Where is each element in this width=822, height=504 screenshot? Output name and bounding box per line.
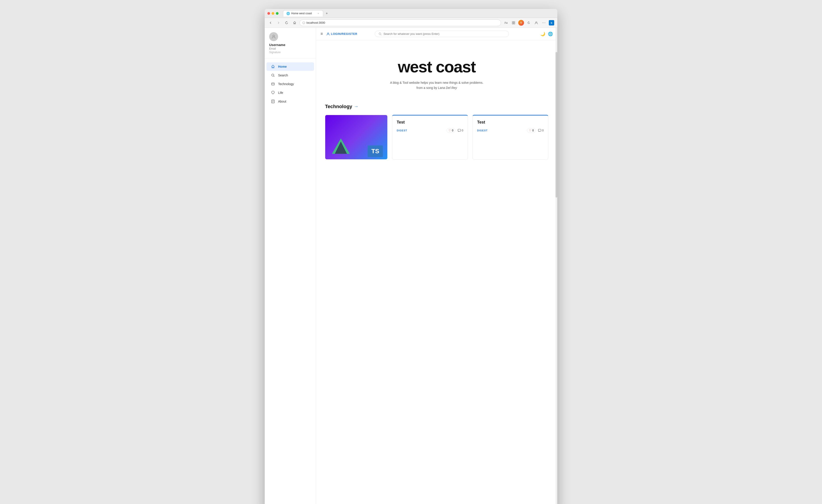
hero-section: west coast A blog & Tool website helps y… [316,40,557,104]
featured-card[interactable]: TS [325,115,388,159]
tab-bar: 🌐 Home west coast × + [283,10,555,17]
hero-subtitle-text: A blog & Tool website helps you learn ne… [390,81,483,84]
sidebar-item-search[interactable]: Search [267,71,314,79]
tab-favicon: 🌐 [286,12,290,15]
svg-rect-19 [538,129,541,131]
sidebar-item-home[interactable]: Home [267,62,314,71]
home-icon [271,65,275,69]
url-text: localhost:3000 [307,21,325,24]
hero-artist: Lana Del Rey [438,86,457,90]
search-icon [271,73,275,77]
comment-icon [458,129,461,132]
extensions-button[interactable] [510,20,517,26]
article-card-2[interactable]: Test DIGEST ♡ 0 [472,115,548,159]
toolbar-actions: Aa U ··· b [503,20,555,26]
card-1-comment-count: 0 [462,129,463,132]
user-icon [327,32,330,35]
menu-icon[interactable]: ≡ [321,31,323,36]
card-2-comment-count: 0 [542,129,544,132]
card-1-stats: ♡ 0 0 [446,128,463,133]
hero-subtitle: A blog & Tool website helps you learn ne… [325,80,548,90]
scrollbar-thumb[interactable] [555,52,557,198]
card-2-tag[interactable]: DIGEST [477,129,488,132]
tab-close-button[interactable]: × [317,12,320,15]
svg-rect-3 [512,23,513,24]
minimize-dot[interactable] [272,12,274,15]
language-button[interactable]: 🌐 [548,31,553,36]
sidebar-item-technology[interactable]: Technology [267,80,314,88]
bing-button[interactable]: b [548,20,555,26]
svg-rect-18 [458,129,461,131]
forward-button[interactable] [276,20,282,26]
back-button[interactable] [267,20,274,26]
header-right: 🌙 🌐 [540,31,553,36]
svg-point-6 [273,35,275,37]
article-card-1[interactable]: Test DIGEST ♡ 0 [392,115,468,159]
section-title: Technology [325,104,352,109]
typescript-badge: TS [368,145,383,157]
app-header: ≡ LOGIN/REGISTER 🌙 🌐 [316,28,557,40]
avatar [269,32,278,41]
browser-titlebar: 🌐 Home west coast × + [265,9,557,18]
maximize-dot[interactable] [276,12,279,15]
heart-icon: ♡ [448,129,451,132]
card-1-like-button[interactable]: ♡ 0 [446,128,455,133]
card-1-tag[interactable]: DIGEST [397,129,407,132]
user-profile: Username Email Signature [265,32,316,58]
hero-attribution: from a song by [416,86,438,90]
technology-label: Technology [278,82,294,86]
card-1-title: Test [397,120,463,125]
about-label: About [278,100,286,103]
address-bar[interactable]: localhost:3000 [300,19,501,26]
home-button[interactable] [292,20,298,26]
nav-list: Home Search Technology [265,61,316,107]
new-tab-button[interactable]: + [324,11,330,16]
card-2-title: Test [477,120,544,125]
login-label: LOGIN/REGISTER [331,32,357,35]
refresh-button[interactable] [284,20,290,26]
illustration: TS [325,115,387,159]
main-area: ≡ LOGIN/REGISTER 🌙 🌐 [316,28,557,504]
user-email: Email [269,47,311,50]
search-bar[interactable] [375,31,509,37]
home-label: Home [278,65,287,68]
search-label: Search [278,73,288,77]
search-input[interactable] [384,32,505,35]
more-button[interactable]: ··· [541,20,547,26]
card-2-meta: DIGEST ♡ 0 0 [477,128,544,133]
login-button[interactable]: LOGIN/REGISTER [327,32,357,35]
lock-icon [303,21,305,24]
search-input-wrapper[interactable] [375,31,509,37]
reader-view-button[interactable]: Aa [503,20,509,26]
life-label: Life [278,91,283,94]
life-icon [271,91,275,95]
sidebar-item-life[interactable]: Life [267,88,314,97]
close-dot[interactable] [267,12,270,15]
sidebar-item-about[interactable]: About [267,97,314,106]
about-icon [271,99,275,103]
browser-dots [267,12,279,15]
technology-icon [271,82,275,86]
svg-point-15 [379,33,381,35]
theme-toggle-button[interactable]: 🌙 [540,31,545,36]
cards-grid: TS Test DIGEST ♡ 0 [325,115,548,159]
svg-point-0 [303,22,305,24]
tab-label: Home west coast [291,12,315,15]
card-1-meta: DIGEST ♡ 0 0 [397,128,463,133]
svg-rect-2 [514,21,515,23]
username: Username [269,43,311,47]
profile-button[interactable]: U [518,20,524,26]
card-2-comments: 0 [538,129,544,132]
svg-rect-1 [512,21,513,23]
technology-link[interactable]: Technology → [325,104,359,109]
account-button[interactable] [533,20,539,26]
card-2-like-button[interactable]: ♡ 0 [527,128,536,133]
comment-icon-2 [538,129,541,132]
heart-icon-2: ♡ [529,129,531,132]
svg-rect-4 [514,23,515,24]
scrollbar[interactable] [555,28,557,504]
card-1-likes: 0 [452,129,453,132]
card-2-likes: 0 [532,129,534,132]
sync-button[interactable] [525,20,532,26]
active-tab[interactable]: 🌐 Home west coast × [283,10,323,17]
